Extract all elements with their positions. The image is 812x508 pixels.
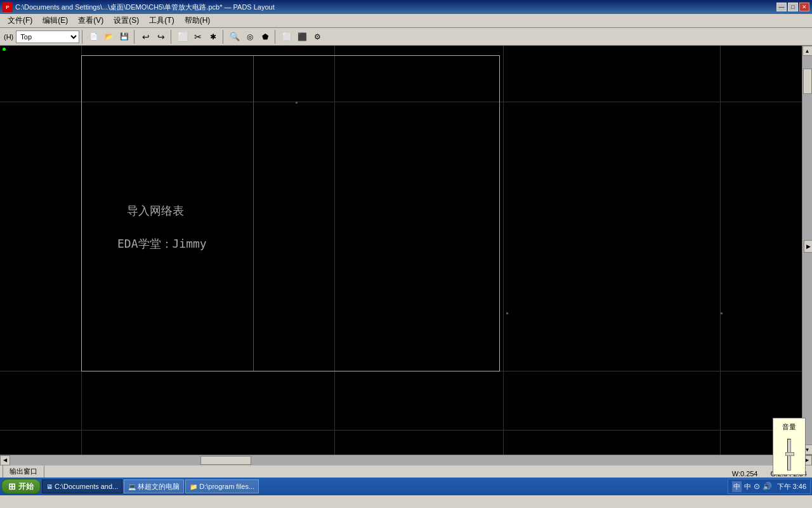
taskbar-item-mycomp[interactable]: 💻 林超文的电脑 bbox=[124, 479, 184, 493]
scroll-track-bottom[interactable] bbox=[10, 455, 802, 465]
minimize-button[interactable]: — bbox=[776, 3, 787, 11]
taskbar-pads-icon: 🖥 bbox=[46, 483, 53, 490]
status-dot bbox=[3, 48, 6, 51]
toolbar-cut-btn[interactable]: ✂ bbox=[191, 30, 205, 44]
toolbar-zoom-btn[interactable]: 🔍 bbox=[228, 30, 242, 44]
start-button[interactable]: ⊞ 开始 bbox=[1, 479, 41, 494]
marker-3 bbox=[721, 312, 723, 314]
grid-line-v3 bbox=[503, 46, 504, 455]
close-button[interactable]: ✕ bbox=[799, 3, 809, 11]
output-window-tab[interactable]: 输出窗口 bbox=[3, 465, 44, 478]
toolbar: (H) Top Bottom Inner1 📄 📂 💾 ↩ ↪ ⬜ ✂ ✱ 🔍 … bbox=[0, 28, 812, 46]
toolbar-open-btn[interactable]: 📂 bbox=[102, 30, 116, 44]
toolbar-place-btn[interactable]: ✱ bbox=[206, 30, 220, 44]
speaker-icon[interactable]: 🔊 bbox=[763, 482, 772, 491]
titlebar-left: P C:\Documents and Settings\...\桌面\DEMO\… bbox=[3, 2, 275, 12]
canvas-label-2: EDA学堂：Jimmy bbox=[117, 236, 207, 251]
network-icon[interactable]: ⊙ bbox=[754, 482, 760, 491]
canvas-area[interactable]: 导入网络表 EDA学堂：Jimmy bbox=[0, 46, 802, 455]
toolbar-save-btn[interactable]: 💾 bbox=[117, 30, 131, 44]
titlebar-buttons: — □ ✕ bbox=[776, 3, 809, 11]
titlebar-title: C:\Documents and Settings\...\桌面\DEMO\CH… bbox=[15, 3, 275, 12]
scrollbar-bottom: ◀ ▶ bbox=[0, 455, 812, 465]
toolbar-sep-2 bbox=[134, 30, 136, 44]
taskbar-dfiles-label: D:\program files... bbox=[199, 483, 254, 490]
start-icon: ⊞ bbox=[8, 481, 16, 491]
scroll-thumb-right[interactable] bbox=[803, 69, 812, 94]
grid-line-v4 bbox=[720, 46, 721, 455]
layer-prefix-label: (H) bbox=[3, 33, 15, 41]
ime-icon-en[interactable]: 中 bbox=[744, 482, 751, 491]
systray: 中 中 ⊙ 🔊 下午 3:46 bbox=[728, 479, 811, 494]
taskbar-item-pads[interactable]: 🖥 C:\Documents and... bbox=[42, 479, 122, 493]
maximize-button[interactable]: □ bbox=[788, 3, 798, 11]
status-coords: W:0.254 bbox=[727, 470, 763, 478]
app-icon: P bbox=[3, 2, 13, 12]
main-area: 导入网络表 EDA学堂：Jimmy ▲ ▶ ▼ bbox=[0, 46, 812, 455]
toolbar-select-btn[interactable]: ⬜ bbox=[176, 30, 190, 44]
scroll-thumb-bottom[interactable] bbox=[200, 456, 251, 465]
start-label: 开始 bbox=[18, 481, 34, 492]
toolbar-sep-4 bbox=[223, 30, 225, 44]
toolbar-rect-btn[interactable]: ⬜ bbox=[280, 30, 294, 44]
toolbar-redo-btn[interactable]: ↪ bbox=[154, 30, 168, 44]
toolbar-poly-btn[interactable]: ⬟ bbox=[258, 30, 272, 44]
toolbar-circle-btn[interactable]: ◎ bbox=[243, 30, 257, 44]
board-inner-divider-v bbox=[253, 56, 254, 371]
toolbar-sep-1 bbox=[82, 30, 84, 44]
volume-label: 音量 bbox=[782, 422, 796, 432]
toolbar-fill-btn[interactable]: ⬛ bbox=[295, 30, 309, 44]
menu-tools[interactable]: 工具(T) bbox=[144, 14, 179, 27]
menu-edit[interactable]: 编辑(E) bbox=[37, 14, 73, 27]
toolbar-settings-btn[interactable]: ⚙ bbox=[310, 30, 324, 44]
canvas-label-1: 导入网络表 bbox=[127, 203, 184, 218]
volume-thumb[interactable] bbox=[785, 452, 794, 456]
statusbar: 输出窗口 W:0.254 G:2.54 2.54 bbox=[0, 465, 812, 478]
clock-display: 下午 3:46 bbox=[775, 482, 806, 491]
toolbar-sep-5 bbox=[275, 30, 277, 44]
ime-icon-zh[interactable]: 中 bbox=[732, 481, 742, 492]
marker-2 bbox=[506, 312, 508, 314]
scroll-left-button[interactable]: ◀ bbox=[0, 455, 10, 465]
menu-file[interactable]: 文件(F) bbox=[3, 14, 37, 27]
marker-1 bbox=[296, 102, 298, 104]
toolbar-undo-btn[interactable]: ↩ bbox=[139, 30, 153, 44]
layer-select[interactable]: Top Bottom Inner1 bbox=[16, 30, 79, 43]
menu-help[interactable]: 帮助(H) bbox=[180, 14, 216, 27]
menubar: 文件(F) 编辑(E) 查看(V) 设置(S) 工具(T) 帮助(H) bbox=[0, 14, 812, 28]
scroll-up-button[interactable]: ▲ bbox=[802, 46, 813, 56]
grid-line-h3 bbox=[0, 430, 802, 431]
titlebar: P C:\Documents and Settings\...\桌面\DEMO\… bbox=[0, 0, 812, 14]
menu-view[interactable]: 查看(V) bbox=[73, 14, 108, 27]
scroll-track-right[interactable]: ▶ bbox=[802, 56, 813, 444]
scrollbar-right: ▲ ▶ ▼ bbox=[802, 46, 812, 455]
taskbar-dfiles-icon: 📁 bbox=[190, 483, 197, 490]
scroll-arrow-marker[interactable]: ▶ bbox=[804, 240, 813, 253]
taskbar-pads-label: C:\Documents and... bbox=[55, 483, 118, 490]
taskbar-mycomp-icon: 💻 bbox=[128, 483, 136, 490]
menu-settings[interactable]: 设置(S) bbox=[108, 14, 144, 27]
taskbar-item-dfiles[interactable]: 📁 D:\program files... bbox=[185, 479, 259, 493]
toolbar-sep-3 bbox=[171, 30, 173, 44]
taskbar: ⊞ 开始 🖥 C:\Documents and... 💻 林超文的电脑 📁 D:… bbox=[0, 478, 812, 495]
taskbar-mycomp-label: 林超文的电脑 bbox=[138, 482, 180, 491]
toolbar-new-btn[interactable]: 📄 bbox=[87, 30, 101, 44]
volume-slider[interactable] bbox=[787, 439, 791, 471]
volume-popup: 音量 bbox=[773, 418, 806, 475]
